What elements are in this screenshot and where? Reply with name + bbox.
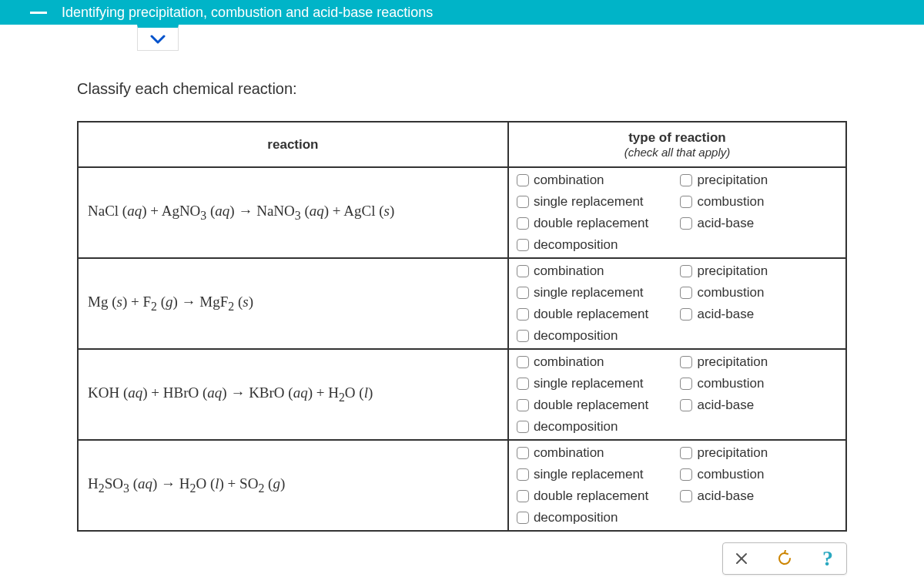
checkbox[interactable] [517,330,529,342]
checkbox[interactable] [517,196,529,208]
option-label: combination [534,445,604,461]
collapse-icon[interactable] [15,12,62,14]
option-combustion[interactable]: combustion [680,376,838,391]
option-precipitation[interactable]: precipitation [680,354,838,370]
checkbox[interactable] [517,421,529,433]
checkbox[interactable] [680,490,692,502]
reset-icon [776,550,793,567]
checkbox[interactable] [517,512,529,524]
col-header-type-main: type of reaction [628,130,726,145]
option-precipitation[interactable]: precipitation [680,263,838,279]
option-decomposition[interactable]: decomposition [517,328,675,344]
checkbox[interactable] [517,490,529,502]
header-title: Identifying precipitation, combustion an… [62,5,433,21]
option-label: acid-base [697,488,754,504]
checkbox[interactable] [680,399,692,411]
checkbox[interactable] [517,447,529,459]
checkbox[interactable] [680,308,692,321]
reaction-formula: KOH (aq) + HBrO (aq) → KBrO (aq) + H2O (… [78,349,508,440]
option-label: single replacement [534,194,644,210]
col-header-type-sub: (check all that apply) [515,146,839,159]
option-label: combustion [697,194,764,210]
option-label: combination [534,263,604,279]
option-decomposition[interactable]: decomposition [517,237,675,253]
help-button[interactable]: ? [817,548,839,569]
option-decomposition[interactable]: decomposition [517,419,675,435]
table-row: Mg (s) + F2 (g) → MgF2 (s)combinationpre… [78,258,846,349]
reaction-options: combinationprecipitationsingle replaceme… [508,349,846,440]
option-label: combination [534,173,604,188]
checkbox[interactable] [517,239,529,251]
option-acid-base[interactable]: acid-base [680,307,838,322]
checkbox[interactable] [680,265,692,277]
checkbox[interactable] [680,287,692,299]
reaction-options: combinationprecipitationsingle replaceme… [508,258,846,349]
option-label: combustion [697,467,764,482]
close-icon [735,552,748,566]
action-box: ? [722,542,847,575]
prompt-text: Classify each chemical reaction: [77,80,847,98]
option-double-replacement[interactable]: double replacement [517,488,675,504]
table-row: H2SO3 (aq) → H2O (l) + SO2 (g)combinatio… [78,440,846,531]
reaction-formula: H2SO3 (aq) → H2O (l) + SO2 (g) [78,440,508,531]
option-decomposition[interactable]: decomposition [517,510,675,525]
checkbox[interactable] [517,217,529,230]
checkbox[interactable] [680,378,692,390]
option-single-replacement[interactable]: single replacement [517,194,675,210]
option-label: combustion [697,376,764,391]
checkbox[interactable] [517,468,529,481]
option-double-replacement[interactable]: double replacement [517,216,675,231]
expand-tab[interactable] [137,25,179,51]
table-row: NaCl (aq) + AgNO3 (aq) → NaNO3 (aq) + Ag… [78,167,846,258]
option-single-replacement[interactable]: single replacement [517,285,675,300]
table-row: KOH (aq) + HBrO (aq) → KBrO (aq) + H2O (… [78,349,846,440]
option-double-replacement[interactable]: double replacement [517,398,675,413]
option-label: precipitation [697,173,768,188]
checkbox[interactable] [517,356,529,368]
option-label: decomposition [534,510,618,525]
option-combustion[interactable]: combustion [680,194,838,210]
option-precipitation[interactable]: precipitation [680,445,838,461]
checkbox[interactable] [517,265,529,277]
option-combustion[interactable]: combustion [680,285,838,300]
reaction-options: combinationprecipitationsingle replaceme… [508,167,846,258]
option-acid-base[interactable]: acid-base [680,216,838,231]
option-single-replacement[interactable]: single replacement [517,467,675,482]
option-precipitation[interactable]: precipitation [680,173,838,188]
option-label: decomposition [534,419,618,435]
option-acid-base[interactable]: acid-base [680,398,838,413]
option-combination[interactable]: combination [517,173,675,188]
reaction-options: combinationprecipitationsingle replaceme… [508,440,846,531]
content-area: Classify each chemical reaction: reactio… [0,51,924,584]
option-combination[interactable]: combination [517,263,675,279]
option-acid-base[interactable]: acid-base [680,488,838,504]
option-label: single replacement [534,285,644,300]
checkbox[interactable] [680,174,692,186]
option-label: double replacement [534,398,648,413]
checkbox[interactable] [517,378,529,390]
checkbox[interactable] [680,196,692,208]
chevron-down-icon [150,35,166,44]
checkbox[interactable] [680,468,692,481]
checkbox[interactable] [680,217,692,230]
checkbox[interactable] [517,174,529,186]
option-combustion[interactable]: combustion [680,467,838,482]
option-single-replacement[interactable]: single replacement [517,376,675,391]
option-label: acid-base [697,216,754,231]
option-double-replacement[interactable]: double replacement [517,307,675,322]
header-bar: Identifying precipitation, combustion an… [0,0,924,25]
option-label: double replacement [534,307,648,322]
checkbox[interactable] [517,399,529,411]
option-combination[interactable]: combination [517,354,675,370]
checkbox[interactable] [517,308,529,321]
option-label: decomposition [534,328,618,344]
col-header-reaction: reaction [78,122,508,167]
reset-button[interactable] [774,548,795,569]
checkbox[interactable] [680,447,692,459]
option-label: combustion [697,285,764,300]
close-button[interactable] [731,548,752,569]
reactions-table: reaction type of reaction (check all tha… [77,121,847,532]
option-combination[interactable]: combination [517,445,675,461]
checkbox[interactable] [680,356,692,368]
checkbox[interactable] [517,287,529,299]
